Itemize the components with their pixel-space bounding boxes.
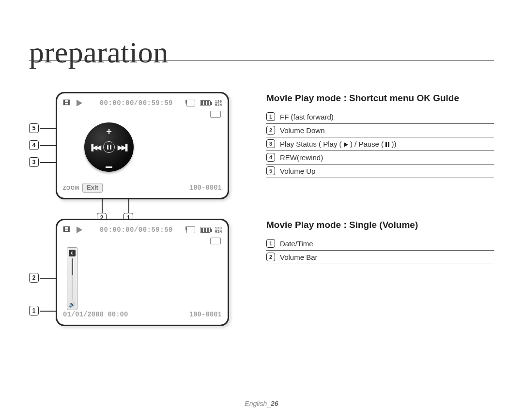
volume-track bbox=[72, 258, 73, 300]
screen-bottombar: 01/01/2008 00:00 100-0001 bbox=[63, 310, 222, 319]
legend-item-4: 4REW(rewind) bbox=[266, 151, 494, 165]
lcd-screen-1: 🎞 00:00:00/00:59:59 120 MIN + bbox=[56, 92, 229, 199]
play-icon bbox=[344, 142, 348, 147]
battery-icon bbox=[200, 100, 211, 106]
footer-page-number: 26 bbox=[271, 400, 278, 407]
volume-up-icon: + bbox=[106, 126, 112, 137]
remaining-min-icon: 120 MIN bbox=[215, 100, 222, 106]
screen-topbar: 🎞 00:00:00/00:59:59 120 MIN bbox=[63, 225, 222, 235]
movie-mode-icon: 🎞 bbox=[63, 226, 70, 234]
page-footer: English_26 bbox=[0, 400, 523, 407]
chapter-title: preparation bbox=[29, 35, 169, 70]
legend-list-1: 1FF (fast forward) 2Volume Down 3 Play S… bbox=[266, 110, 494, 178]
resolution-icon bbox=[210, 238, 221, 244]
volume-down-icon bbox=[106, 166, 112, 168]
movie-mode-icon: 🎞 bbox=[63, 99, 70, 107]
callout-3: 3 bbox=[29, 157, 39, 167]
legend-volume: Movie Play mode : Single (Volume) 1Date/… bbox=[257, 219, 494, 264]
legend-item-1: 1FF (fast forward) bbox=[266, 110, 494, 124]
volume-bar: 6 🔊 bbox=[67, 247, 77, 310]
volume-level: 6 bbox=[69, 250, 76, 256]
content-area: 5 4 3 2 1 🎞 00:00:00/00:59:59 bbox=[29, 63, 494, 326]
section-single-volume: 2 1 🎞 00:00:00/00:59:59 120 MIN bbox=[29, 219, 494, 326]
resolution-icon bbox=[210, 111, 221, 118]
card-icon bbox=[186, 226, 195, 233]
exit-button: Exit bbox=[82, 183, 103, 193]
time-counter: 00:00:00/00:59:59 bbox=[89, 99, 184, 107]
lcd-screen-2: 🎞 00:00:00/00:59:59 120 MIN 6 bbox=[56, 219, 229, 326]
play-icon bbox=[77, 226, 82, 233]
rewind-icon: ▐◀◀ bbox=[89, 144, 100, 151]
play-pause-icon bbox=[103, 141, 115, 153]
file-number: 100-0001 bbox=[189, 311, 222, 318]
remaining-min-icon: 120 MIN bbox=[215, 226, 222, 233]
pause-icon bbox=[385, 142, 389, 147]
fast-forward-icon: ▶▶▌ bbox=[118, 144, 129, 151]
screen-topbar: 🎞 00:00:00/00:59:59 120 MIN bbox=[63, 98, 222, 108]
callout-5: 5 bbox=[29, 123, 39, 133]
figure-shortcut: 5 4 3 2 1 🎞 00:00:00/00:59:59 bbox=[29, 92, 257, 199]
play-icon bbox=[77, 100, 82, 106]
card-icon bbox=[186, 100, 195, 106]
manual-page: preparation 5 4 3 2 1 🎞 bbox=[0, 0, 523, 420]
footer-language: English bbox=[245, 400, 267, 407]
file-number: 100-0001 bbox=[189, 184, 222, 192]
legend-item-2: 2Volume Down bbox=[266, 124, 494, 137]
ok-guide-dpad: + ▐◀◀ ▶▶▌ bbox=[84, 122, 134, 172]
callout-4: 4 bbox=[29, 140, 39, 150]
section-title-1: Movie Play mode : Shortcut menu OK Guide bbox=[266, 93, 494, 104]
section-shortcut-ok-guide: 5 4 3 2 1 🎞 00:00:00/00:59:59 bbox=[29, 92, 494, 199]
legend-item-3: 3 Play Status ( Play ( ) / Pause ( )) bbox=[266, 137, 494, 151]
speaker-icon: 🔊 bbox=[69, 301, 76, 308]
chapter-header: preparation bbox=[29, 24, 494, 63]
battery-icon bbox=[200, 227, 211, 233]
time-counter: 00:00:00/00:59:59 bbox=[89, 226, 184, 234]
figure-volume: 2 1 🎞 00:00:00/00:59:59 120 MIN bbox=[29, 219, 257, 326]
datetime-label: 01/01/2008 00:00 bbox=[63, 311, 128, 318]
screen-bottombar: ZOOM Exit 100-0001 bbox=[63, 183, 222, 192]
zoom-label: ZOOM bbox=[63, 185, 79, 191]
legend-shortcut: Movie Play mode : Shortcut menu OK Guide… bbox=[257, 92, 494, 178]
legend-item-5: 5Volume Up bbox=[266, 165, 494, 178]
callout-1: 1 bbox=[29, 306, 39, 315]
legend-item-1: 1Date/Time bbox=[266, 237, 494, 251]
section-title-2: Movie Play mode : Single (Volume) bbox=[266, 220, 494, 230]
callout-2: 2 bbox=[29, 273, 39, 283]
legend-list-2: 1Date/Time 2Volume Bar bbox=[266, 237, 494, 264]
legend-item-2: 2Volume Bar bbox=[266, 251, 494, 264]
